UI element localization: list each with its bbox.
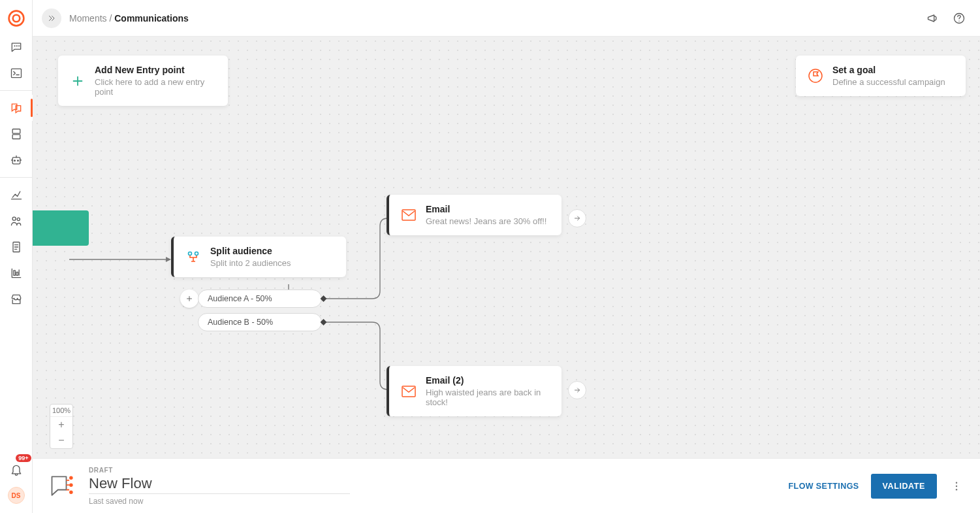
add-entry-point-card[interactable]: Add New Entry point Click here to add a … — [58, 56, 228, 106]
svg-point-4 — [18, 46, 19, 46]
footer-bar: DRAFT New Flow Last saved now FLOW SETTI… — [33, 458, 980, 513]
email-icon — [401, 208, 417, 222]
svg-rect-15 — [16, 272, 18, 275]
email2-next-button[interactable] — [568, 381, 586, 399]
more-vertical-icon — [951, 480, 962, 492]
email1-subtitle: Great news! Jeans are 30% off!! — [426, 216, 546, 226]
zoom-in-button[interactable]: + — [50, 417, 72, 433]
nav-templates[interactable] — [0, 121, 33, 147]
arrow-right-icon — [573, 214, 581, 222]
add-branch-button[interactable] — [180, 290, 198, 308]
branch-audience-b[interactable]: Audience B - 50% — [198, 313, 322, 331]
nav-conversations[interactable] — [0, 34, 33, 60]
zoom-control: 100% + − — [50, 404, 73, 449]
app-logo — [7, 9, 25, 27]
nav-notifications[interactable]: 99+ — [0, 457, 33, 483]
main-column: Moments / Communications Add New Entry p… — [33, 0, 980, 513]
nav-documents[interactable] — [0, 234, 33, 260]
help-icon — [953, 12, 966, 25]
svg-point-1 — [12, 15, 20, 22]
nav-reports[interactable] — [0, 260, 33, 286]
svg-rect-23 — [402, 210, 415, 220]
nav-store[interactable] — [0, 286, 33, 312]
svg-point-9 — [14, 160, 15, 161]
bell-icon — [10, 463, 23, 476]
svg-point-29 — [956, 485, 957, 486]
svg-point-2 — [14, 46, 15, 46]
svg-point-0 — [8, 11, 24, 26]
svg-point-10 — [17, 160, 18, 161]
validate-button[interactable]: VALIDATE — [871, 474, 937, 499]
nav-terminal[interactable] — [0, 60, 33, 86]
entry-card-title: Add New Entry point — [95, 65, 217, 75]
email2-title: Email (2) — [426, 375, 551, 386]
flow-name-input[interactable]: New Flow — [89, 475, 350, 494]
goal-card-title: Set a goal — [832, 65, 945, 75]
nav-moments[interactable] — [0, 95, 33, 121]
top-bar: Moments / Communications — [33, 0, 980, 37]
entry-card-subtitle: Click here to add a new entry point — [95, 77, 217, 97]
save-indicator: Last saved now — [89, 497, 350, 506]
svg-rect-8 — [12, 157, 20, 164]
svg-point-22 — [195, 252, 198, 256]
plus-icon — [185, 294, 194, 303]
svg-point-12 — [17, 218, 20, 220]
split-icon — [185, 249, 201, 265]
goal-icon — [808, 68, 823, 84]
email-node-2[interactable]: Email (2) High waisted jeans are back in… — [387, 366, 561, 416]
svg-point-26 — [69, 483, 73, 487]
split-node-subtitle: Split into 2 audiences — [210, 258, 291, 268]
svg-rect-5 — [11, 69, 21, 77]
primary-sidebar: 99+ DS — [0, 0, 33, 513]
zoom-percent: 100% — [50, 405, 72, 417]
notification-badge: 99+ — [16, 454, 31, 462]
branch-audience-a[interactable]: Audience A - 50% — [198, 290, 322, 308]
chevron-double-right-icon — [47, 14, 56, 23]
more-options-button[interactable] — [949, 478, 964, 494]
email1-next-button[interactable] — [568, 209, 586, 227]
nav-bots[interactable] — [0, 147, 33, 173]
expand-sidebar-button[interactable] — [42, 8, 61, 28]
flow-icon — [48, 472, 77, 501]
svg-point-28 — [956, 482, 957, 483]
svg-marker-18 — [166, 257, 171, 262]
megaphone-icon — [926, 12, 940, 25]
nav-analytics[interactable] — [0, 182, 33, 208]
user-avatar[interactable]: DS — [8, 487, 25, 504]
svg-point-3 — [16, 46, 17, 46]
svg-rect-24 — [402, 386, 415, 397]
email2-subtitle: High waisted jeans are back in stock! — [426, 388, 551, 407]
svg-point-30 — [956, 489, 957, 490]
svg-point-25 — [69, 476, 73, 480]
set-goal-card[interactable]: Set a goal Define a successful campaign — [796, 56, 966, 96]
help-button[interactable] — [951, 10, 967, 26]
flow-status: DRAFT — [89, 467, 350, 474]
split-node-title: Split audience — [210, 246, 291, 256]
zoom-out-button[interactable]: − — [50, 433, 72, 448]
flow-settings-button[interactable]: FLOW SETTINGS — [789, 482, 859, 491]
flow-start-node[interactable] — [33, 210, 89, 246]
announce-button[interactable] — [925, 10, 941, 26]
email-node-1[interactable]: Email Great news! Jeans are 30% off!! — [387, 195, 561, 235]
svg-rect-7 — [12, 135, 20, 139]
svg-point-21 — [189, 252, 192, 256]
goal-card-subtitle: Define a successful campaign — [832, 77, 945, 87]
svg-rect-6 — [12, 129, 20, 134]
breadcrumb: Moments / Communications — [69, 13, 189, 24]
split-audience-node[interactable]: Split audience Split into 2 audiences — [171, 237, 346, 277]
email-icon — [401, 385, 417, 398]
email1-title: Email — [426, 204, 546, 214]
arrow-right-icon — [573, 386, 581, 394]
plus-icon — [71, 74, 85, 88]
nav-people[interactable] — [0, 208, 33, 234]
svg-rect-14 — [13, 271, 14, 276]
flow-canvas[interactable]: Add New Entry point Click here to add a … — [33, 37, 980, 458]
svg-point-27 — [69, 490, 73, 494]
breadcrumb-parent[interactable]: Moments — [69, 13, 107, 24]
breadcrumb-current: Communications — [114, 13, 189, 24]
svg-point-11 — [12, 217, 16, 220]
